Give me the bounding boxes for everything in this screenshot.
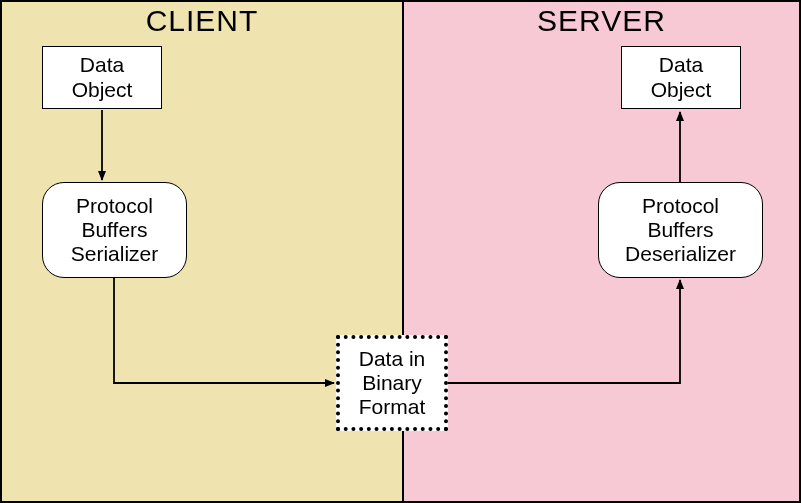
binary-data-box: Data inBinaryFormat	[336, 335, 448, 431]
server-data-object-label: DataObject	[651, 53, 712, 101]
diagram-canvas: CLIENT SERVER DataObject ProtocolBuffers…	[0, 0, 801, 503]
protocol-buffers-serializer-box: ProtocolBuffersSerializer	[42, 182, 187, 278]
client-data-object-box: DataObject	[42, 46, 162, 109]
binary-data-label: Data inBinaryFormat	[359, 347, 426, 419]
server-data-object-box: DataObject	[621, 46, 741, 109]
client-data-object-label: DataObject	[72, 53, 133, 101]
deserializer-label: ProtocolBuffersDeserializer	[625, 194, 736, 266]
serializer-label: ProtocolBuffersSerializer	[71, 194, 159, 266]
server-title: SERVER	[404, 4, 799, 38]
protocol-buffers-deserializer-box: ProtocolBuffersDeserializer	[598, 182, 763, 278]
client-title: CLIENT	[2, 4, 402, 38]
